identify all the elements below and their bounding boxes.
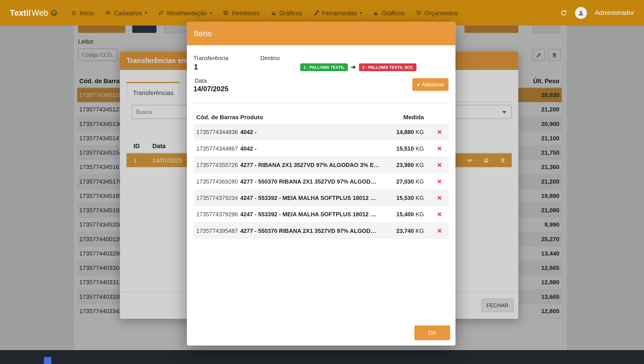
- item-row: 1735774369280 4277 - 550370 RIBANA 2X1 3…: [194, 173, 449, 190]
- item-row: 1735774344836 4042 - 14,880KG: [194, 124, 449, 140]
- transferencia-value: 1: [194, 63, 198, 72]
- caret-down-icon: ▾: [210, 10, 212, 16]
- nav-label: Movimentação: [167, 9, 207, 16]
- app-stage: Leitor Cód. de Barras Últ. Peso 17357743…: [0, 0, 644, 364]
- item-barcode-cell: 1735774379234: [194, 194, 240, 201]
- remove-item-button[interactable]: [437, 162, 442, 167]
- plus-icon: +: [417, 81, 420, 88]
- nav-orcamentos[interactable]: Orçamentos: [416, 9, 458, 16]
- nav-ferramentas[interactable]: Ferramentas ▾: [313, 9, 362, 16]
- item-medida-cell: 15,400KG: [381, 211, 430, 217]
- nav-label: Relatórios: [232, 9, 260, 16]
- nav-label: Início: [80, 9, 94, 16]
- cart-icon: [416, 10, 422, 16]
- avatar[interactable]: [575, 7, 587, 19]
- remove-item-button[interactable]: [437, 228, 442, 233]
- nav-graficos[interactable]: Gráficos: [270, 9, 302, 16]
- itens-modal-title: Itens: [194, 29, 212, 38]
- item-produto-cell: 4247 - 553392 - MEIA MALHA SOFTPLUS 1801…: [240, 194, 381, 201]
- x-icon: [437, 129, 442, 134]
- nav-relatorios[interactable]: Relatórios: [223, 9, 259, 16]
- nav-label: Ferramentas: [322, 9, 357, 16]
- bar-chart-icon: [373, 10, 379, 16]
- nav-label: Gráficos: [279, 9, 302, 16]
- ok-button[interactable]: OK: [414, 325, 450, 340]
- x-icon: [437, 146, 442, 151]
- item-barcode-cell: 1735774369280: [194, 178, 240, 185]
- user-name[interactable]: Administrador: [595, 9, 634, 16]
- destino-badges: 1 - PALLOMA TEXTIL 2 - PALLOMA TEXTIL SC…: [300, 63, 416, 71]
- origin-badge: 1 - PALLOMA TEXTIL: [300, 63, 348, 71]
- nav-label: Orçamentos: [424, 9, 458, 16]
- item-produto-cell: 4042 -: [240, 145, 381, 151]
- exchange-icon: [158, 10, 164, 16]
- x-icon: [437, 195, 442, 200]
- wrench-icon: [313, 10, 319, 16]
- itens-modal-header: Itens: [187, 22, 455, 45]
- bottom-left-blue-badge[interactable]: [44, 357, 51, 364]
- nav-items: Início Cadastros ▾ Movimentação ▾ Relató…: [71, 9, 458, 16]
- itens-table-header: Cód. de Barras Produto Medida: [194, 110, 449, 125]
- item-actions-cell: [430, 212, 449, 217]
- remove-item-button[interactable]: [437, 179, 442, 184]
- x-icon: [437, 212, 442, 217]
- destino-label: Destino: [260, 55, 280, 61]
- item-row: 1735774344867 4042 - 15,510KG: [194, 140, 449, 157]
- remove-item-button[interactable]: [437, 212, 442, 217]
- item-barcode-cell: 1735774344836: [194, 129, 240, 135]
- item-produto-cell: 4277 - RIBANA 2X1 3527VD 97% ALGODAO 3% …: [240, 161, 381, 168]
- report-icon: [223, 10, 229, 16]
- item-actions-cell: [430, 146, 449, 151]
- refresh-icon: [560, 9, 567, 16]
- item-barcode-cell: 1735774379296: [194, 211, 240, 217]
- item-barcode-cell: 1735774355726: [194, 161, 240, 168]
- nav-label: Gráficos: [382, 9, 405, 16]
- remove-item-button[interactable]: [437, 195, 442, 200]
- adicionar-button[interactable]: + Adicionar: [412, 78, 449, 91]
- brand-web: Web: [32, 8, 48, 18]
- item-medida-cell: 15,530KG: [381, 194, 430, 201]
- arrow-right-icon: [350, 64, 357, 70]
- nav-label: Cadastros: [114, 9, 142, 16]
- data-label: Data: [195, 77, 207, 84]
- item-medida-cell: 23,980KG: [381, 161, 430, 168]
- home-icon: [71, 10, 77, 16]
- item-medida-cell: 27,030KG: [381, 178, 430, 185]
- col-medida-header: Medida: [381, 114, 430, 120]
- item-medida-cell: 15,510KG: [381, 145, 430, 151]
- item-row: 1735774395487 4277 - 550370 RIBANA 2X1 3…: [194, 223, 449, 239]
- item-actions-cell: [430, 195, 449, 200]
- nav-movimentacao[interactable]: Movimentação ▾: [158, 9, 212, 16]
- item-produto-cell: 4247 - 553392 - MEIA MALHA SOFTPLUS 1801…: [240, 211, 381, 217]
- transferencia-label: Transferência: [194, 55, 228, 61]
- item-actions-cell: [430, 179, 449, 184]
- itens-modal: Itens Transferência Destino 1 1 - PALLOM…: [187, 22, 455, 346]
- adicionar-label: Adicionar: [422, 81, 444, 88]
- col-barcode-header: Cód. de Barras: [194, 114, 240, 120]
- caret-down-icon: ▾: [360, 10, 362, 16]
- item-actions-cell: [430, 162, 449, 167]
- brand-textil: Textil: [10, 8, 31, 18]
- itens-table-body: 1735774344836 4042 - 14,880KG 1735774344…: [194, 124, 449, 239]
- item-medida-cell: 23,740KG: [381, 227, 430, 234]
- brand[interactable]: TextilWeb ?: [10, 8, 57, 18]
- x-icon: [437, 179, 442, 184]
- destination-badge: 2 - PALLOMA TEXTIL SCC: [359, 63, 416, 71]
- user-icon: [578, 9, 584, 16]
- help-icon[interactable]: ?: [51, 10, 57, 16]
- section-divider: [194, 103, 449, 103]
- item-barcode-cell: 1735774344867: [194, 145, 240, 151]
- item-medida-cell: 14,880KG: [381, 129, 430, 135]
- item-actions-cell: [430, 129, 449, 134]
- nav-graficos-2[interactable]: Gráficos: [373, 9, 404, 16]
- item-row: 1735774355726 4277 - RIBANA 2X1 3527VD 9…: [194, 157, 449, 173]
- bar-chart-icon: [270, 10, 276, 16]
- caret-down-icon: ▾: [145, 10, 147, 16]
- item-actions-cell: [430, 228, 449, 233]
- refresh-button[interactable]: [560, 9, 567, 16]
- nav-inicio[interactable]: Início: [71, 9, 94, 16]
- nav-cadastros[interactable]: Cadastros ▾: [106, 9, 147, 16]
- remove-item-button[interactable]: [437, 129, 442, 134]
- remove-item-button[interactable]: [437, 146, 442, 151]
- col-produto-header: Produto: [240, 114, 381, 120]
